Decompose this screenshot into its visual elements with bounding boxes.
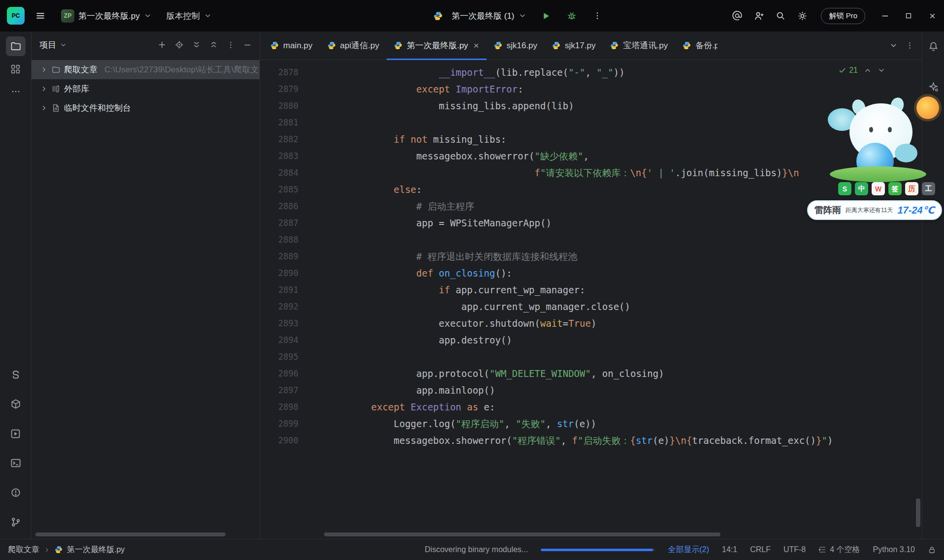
code-line[interactable]: 2898 except Exception as e: — [260, 399, 922, 415]
locate-file-icon[interactable] — [175, 40, 184, 49]
run-button[interactable] — [535, 5, 557, 27]
chevron-right-icon[interactable] — [40, 104, 48, 112]
minimize-button[interactable] — [873, 0, 897, 31]
line-number[interactable]: 2894 — [260, 332, 298, 348]
project-tool-button[interactable] — [6, 36, 26, 56]
line-number[interactable]: 2878 — [260, 64, 298, 81]
file-encoding[interactable]: UTF-8 — [783, 545, 806, 554]
widget-app-icon[interactable]: S — [838, 182, 851, 195]
line-number[interactable]: 2893 — [260, 315, 298, 332]
caret-position[interactable]: 14:1 — [722, 545, 737, 554]
project-widget[interactable]: ZP 第一次最终版.py — [56, 5, 157, 27]
services-tool-button[interactable] — [6, 424, 26, 443]
code-line[interactable]: 2895 — [260, 348, 922, 365]
line-number[interactable]: 2885 — [260, 181, 298, 198]
line-number[interactable]: 2881 — [260, 114, 298, 131]
run-configuration-selector[interactable]: 第一次最终版 (1) — [447, 6, 531, 26]
search-everywhere-button[interactable] — [770, 5, 791, 27]
next-problem-icon[interactable] — [878, 66, 885, 74]
chevron-right-icon[interactable] — [40, 85, 48, 93]
line-number[interactable]: 2896 — [260, 365, 298, 382]
project-horizontal-scrollbar[interactable] — [35, 532, 226, 536]
code-line[interactable]: 2894 app.destroy() — [260, 332, 922, 348]
main-menu-button[interactable] — [30, 5, 51, 27]
tree-item-project-root[interactable]: 爬取文章 C:\Users\22739\Desktop\站长工具\爬取文章 — [32, 60, 260, 79]
editor-tab[interactable]: 第一次最终版.py× — [387, 31, 487, 60]
indent-setting[interactable]: 4 个空格 — [818, 545, 860, 555]
line-number[interactable]: 2884 — [260, 164, 298, 181]
breadcrumb-root[interactable]: 爬取文章 — [8, 545, 39, 555]
add-icon[interactable] — [158, 40, 166, 49]
line-number[interactable]: 2892 — [260, 298, 298, 315]
tab-list-dropdown-icon[interactable] — [889, 41, 898, 50]
weather-badge[interactable]: 雷阵雨 距离大寒还有11天 17-24℃ — [807, 200, 942, 220]
code-line[interactable]: 2900 messagebox.showerror("程序错误", f"启动失败… — [260, 432, 922, 449]
code-with-me-button[interactable] — [748, 5, 770, 27]
collapse-all-icon[interactable] — [209, 40, 218, 49]
expand-all-icon[interactable] — [192, 40, 201, 49]
hide-panel-icon[interactable] — [243, 41, 252, 49]
code-line[interactable]: 2891 if app.current_wp_manager: — [260, 281, 922, 298]
code-line[interactable]: 2896 app.protocol("WM_DELETE_WINDOW", on… — [260, 365, 922, 382]
line-number[interactable]: 2882 — [260, 131, 298, 148]
line-number[interactable]: 2880 — [260, 97, 298, 114]
vcs-widget[interactable]: 版本控制 — [162, 6, 217, 26]
structure-tool-button[interactable] — [6, 59, 26, 79]
show-all-tasks-link[interactable]: 全部显示(2) — [668, 545, 709, 555]
line-number[interactable]: 2900 — [260, 432, 298, 449]
inspection-widget[interactable]: 21 — [839, 66, 885, 75]
line-number[interactable]: 2889 — [260, 248, 298, 265]
line-number[interactable]: 2888 — [260, 231, 298, 248]
tab-options-icon[interactable] — [906, 41, 914, 50]
line-number[interactable]: 2879 — [260, 81, 298, 97]
line-number[interactable]: 2887 — [260, 215, 298, 231]
more-run-options-button[interactable] — [586, 5, 608, 27]
python-packages-tool-button[interactable] — [6, 365, 26, 384]
lock-icon[interactable] — [928, 546, 936, 554]
editor-horizontal-scrollbar[interactable] — [324, 532, 720, 536]
line-separator[interactable]: CRLF — [750, 545, 771, 554]
version-control-tool-button[interactable] — [6, 512, 26, 532]
notifications-button[interactable] — [924, 37, 942, 55]
line-number[interactable]: 2895 — [260, 348, 298, 365]
dependencies-tool-button[interactable] — [6, 394, 26, 414]
editor-tab[interactable]: api通信.py — [320, 31, 387, 60]
settings-button[interactable] — [791, 5, 813, 27]
line-number[interactable]: 2883 — [260, 148, 298, 164]
tree-item-external-libraries[interactable]: 外部库 — [32, 79, 260, 98]
widget-app-icon[interactable]: 中 — [855, 182, 868, 195]
editor-tab[interactable]: 备份.py — [675, 31, 717, 60]
code-line[interactable]: 2890 def on_closing(): — [260, 265, 922, 281]
editor-tab[interactable]: sjk17.py — [545, 31, 603, 60]
commit-checks-button[interactable] — [726, 5, 748, 27]
line-number[interactable]: 2891 — [260, 281, 298, 298]
code-line[interactable]: 2893 executor.shutdown(wait=True) — [260, 315, 922, 332]
tab-close-icon[interactable]: × — [474, 40, 479, 51]
chevron-right-icon[interactable] — [40, 66, 48, 73]
breadcrumb-file[interactable]: 第一次最终版.py — [67, 545, 125, 555]
project-panel-title[interactable]: 项目 — [39, 39, 67, 51]
debug-button[interactable] — [561, 5, 583, 27]
problems-tool-button[interactable] — [6, 483, 26, 502]
code-line[interactable]: 2899 Logger.log("程序启动", "失败", str(e)) — [260, 415, 922, 432]
line-number[interactable]: 2890 — [260, 265, 298, 281]
editor-vertical-scrollbar[interactable] — [916, 498, 920, 527]
tree-item-scratches[interactable]: 临时文件和控制台 — [32, 98, 260, 118]
interpreter-selector[interactable]: Python 3.10 — [873, 545, 915, 554]
widget-app-icon[interactable]: 历 — [905, 182, 918, 195]
close-button[interactable] — [920, 0, 944, 31]
maximize-button[interactable] — [897, 0, 920, 31]
editor-tab[interactable]: sjk16.py — [487, 31, 545, 60]
widget-app-icon[interactable]: 签 — [888, 182, 902, 195]
ai-assistant-button[interactable] — [924, 78, 942, 95]
code-line[interactable]: 2888 — [260, 231, 922, 248]
line-number[interactable]: 2897 — [260, 382, 298, 399]
code-line[interactable]: 2889 # 程序退出时关闭数据库连接和线程池 — [260, 248, 922, 265]
editor-tab[interactable]: 宝塔通讯.py — [603, 31, 675, 60]
widget-app-icon[interactable]: 工 — [922, 182, 935, 195]
unlock-pro-button[interactable]: 解锁 Pro — [821, 8, 865, 24]
widget-app-icon[interactable]: W — [872, 182, 885, 195]
code-line[interactable]: 2897 app.mainloop() — [260, 382, 922, 399]
line-number[interactable]: 2886 — [260, 198, 298, 215]
prev-problem-icon[interactable] — [864, 66, 872, 74]
